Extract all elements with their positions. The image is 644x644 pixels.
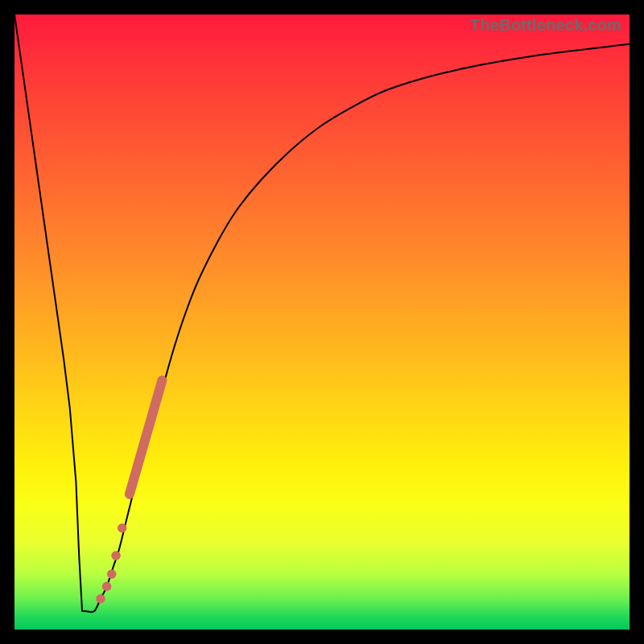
marker-dot [96,594,105,603]
plot-area: TheBottleneck.com [14,14,630,630]
marker-dot [107,570,116,579]
marker-segment [130,381,162,494]
main-curve [14,14,632,612]
chart-frame: TheBottleneck.com [0,0,644,644]
marker-dot [118,523,126,532]
marker-dot [111,551,120,560]
marker-dot [102,582,111,591]
chart-svg [14,14,630,630]
